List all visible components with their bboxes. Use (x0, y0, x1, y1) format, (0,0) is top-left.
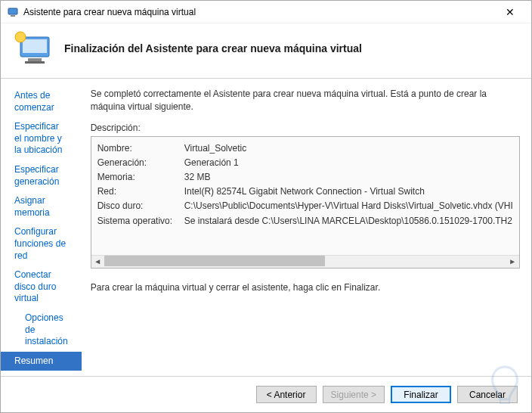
page-title: Finalización del Asistente para crear nu… (64, 42, 362, 54)
description-label: Descripción: (91, 123, 520, 133)
desc-value: Virtual_Solvetic (184, 141, 247, 156)
wizard-body: Antes de comenzarEspecificar el nombre y… (1, 79, 531, 376)
svg-point-6 (15, 32, 26, 42)
cancel-button[interactable]: Cancelar (457, 386, 518, 403)
horizontal-scrollbar[interactable]: ◄ ► (91, 255, 519, 268)
wizard-main: Se completó correctamente el Asistente p… (82, 79, 531, 376)
titlebar: Asistente para crear nueva máquina virtu… (1, 1, 531, 23)
window-title: Asistente para crear nueva máquina virtu… (23, 7, 495, 17)
desc-row: Disco duro:C:\Users\Public\Documents\Hyp… (97, 199, 513, 213)
desc-value: Intel(R) 82574L Gigabit Network Connecti… (184, 185, 425, 199)
wizard-icon (11, 30, 57, 67)
description-table: Nombre:Virtual_SolveticGeneración:Genera… (91, 137, 519, 255)
desc-key: Disco duro: (97, 199, 184, 213)
next-button: Siguiente > (323, 386, 385, 403)
intro-text: Se completó correctamente el Asistente p… (91, 88, 520, 113)
desc-row: Red:Intel(R) 82574L Gigabit Network Conn… (97, 185, 513, 199)
button-bar: < Anterior Siguiente > Finalizar Cancela… (1, 376, 531, 412)
wizard-header: Finalización del Asistente para crear nu… (1, 23, 531, 79)
sidebar-step-0[interactable]: Antes de comenzar (1, 86, 82, 117)
desc-row: Nombre:Virtual_Solvetic (97, 141, 513, 156)
finish-button[interactable]: Finalizar (391, 386, 451, 403)
svg-rect-0 (8, 8, 17, 14)
scroll-right-arrow[interactable]: ► (506, 255, 519, 268)
svg-rect-4 (28, 58, 42, 61)
wizard-steps-sidebar: Antes de comenzarEspecificar el nombre y… (1, 79, 82, 376)
desc-key: Sistema operativo: (97, 214, 184, 228)
desc-key: Nombre: (97, 141, 184, 156)
desc-value: Se instalará desde C:\Users\LINA MARCELA… (184, 214, 512, 228)
desc-value: 32 MB (184, 170, 211, 185)
sidebar-step-1[interactable]: Especificar el nombre y la ubicación (1, 117, 82, 160)
sidebar-step-4[interactable]: Configurar funciones de red (1, 222, 82, 266)
scroll-track[interactable] (104, 255, 506, 268)
desc-row: Memoria:32 MB (97, 170, 513, 185)
sidebar-step-5[interactable]: Conectar disco duro virtual (1, 266, 82, 309)
svg-rect-1 (11, 15, 15, 17)
desc-row: Sistema operativo:Se instalará desde C:\… (97, 214, 513, 228)
sidebar-step-6[interactable]: Opciones de instalación (1, 309, 82, 352)
wizard-window: Asistente para crear nueva máquina virtu… (0, 0, 532, 413)
desc-value: C:\Users\Public\Documents\Hyper-V\Virtua… (184, 199, 513, 213)
desc-row: Generación:Generación 1 (97, 156, 513, 170)
desc-key: Generación: (97, 156, 184, 170)
desc-key: Red: (97, 185, 184, 199)
desc-value: Generación 1 (184, 156, 239, 170)
app-icon (7, 6, 19, 18)
sidebar-step-2[interactable]: Especificar generación (1, 160, 82, 191)
svg-rect-5 (25, 61, 45, 64)
footer-note: Para crear la máquina virtual y cerrar e… (91, 282, 520, 293)
desc-key: Memoria: (97, 170, 184, 185)
scroll-thumb[interactable] (104, 256, 326, 266)
description-box: Nombre:Virtual_SolveticGeneración:Genera… (91, 136, 520, 269)
sidebar-step-3[interactable]: Asignar memoria (1, 191, 82, 222)
scroll-left-arrow[interactable]: ◄ (91, 255, 104, 268)
close-button[interactable]: ✕ (495, 2, 525, 23)
sidebar-step-7[interactable]: Resumen (1, 352, 82, 371)
previous-button[interactable]: < Anterior (256, 386, 317, 403)
svg-rect-3 (23, 39, 47, 53)
